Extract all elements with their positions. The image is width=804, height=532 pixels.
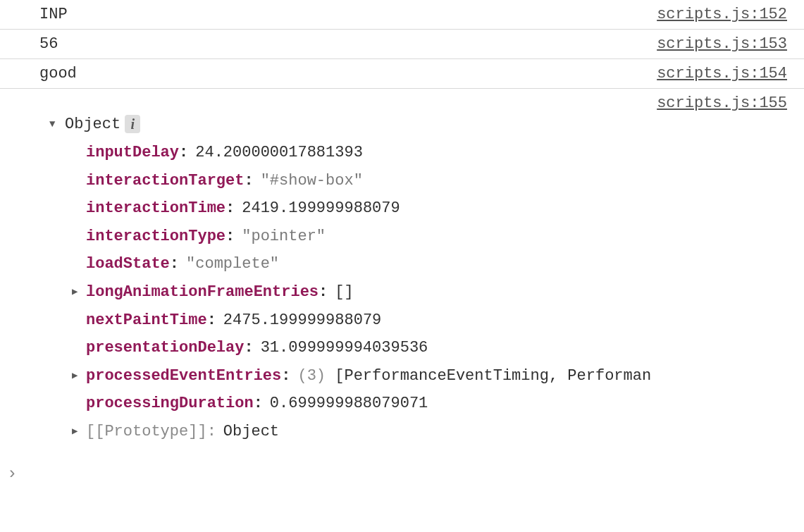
property-row: interactionTarget: "#show-box"	[72, 167, 787, 195]
property-key: interactionTarget	[86, 167, 244, 195]
disclosure-triangle-icon[interactable]	[49, 118, 61, 130]
property-key: processedEventEntries	[86, 362, 281, 390]
property-key: presentationDelay	[86, 334, 244, 362]
info-icon[interactable]: i	[125, 115, 140, 133]
log-message: good	[39, 65, 77, 82]
property-value: []	[335, 278, 353, 307]
property-key: inputDelay	[86, 139, 179, 167]
property-value: 0.699999988079071	[270, 390, 428, 418]
disclosure-triangle-icon[interactable]	[72, 283, 86, 301]
chevron-right-icon: ›	[7, 464, 17, 483]
property-row: inputDelay: 24.200000017881393	[72, 139, 787, 167]
log-row: INP scripts.js:152	[0, 0, 804, 30]
log-message: 56	[39, 35, 58, 53]
array-count: (3)	[297, 362, 326, 390]
property-value: 31.099999994039536	[261, 334, 428, 362]
property-row[interactable]: [[Prototype]]: Object	[72, 418, 787, 446]
property-row[interactable]: longAnimationFrameEntries: []	[72, 278, 787, 307]
property-value: "complete"	[186, 250, 279, 278]
log-message: INP	[39, 6, 68, 23]
property-value: "#show-box"	[261, 167, 363, 195]
property-key: [[Prototype]]	[86, 418, 207, 446]
property-key: interactionTime	[86, 194, 225, 223]
object-log-row: Object i inputDelay: 24.200000017881393 …	[0, 112, 804, 456]
property-row: interactionType: "pointer"	[72, 223, 787, 251]
log-row: scripts.js:155	[0, 89, 804, 112]
console-prompt[interactable]: ›	[0, 456, 804, 492]
console-panel: INP scripts.js:152 56 scripts.js:153 goo…	[0, 0, 804, 492]
property-value: "pointer"	[242, 223, 326, 251]
source-link[interactable]: scripts.js:154	[657, 65, 787, 82]
property-key: processingDuration	[86, 390, 254, 418]
property-row[interactable]: processedEventEntries: (3) [PerformanceE…	[72, 362, 787, 390]
property-row: processingDuration: 0.699999988079071	[72, 390, 787, 418]
property-row: interactionTime: 2419.199999988079	[72, 194, 787, 223]
property-value: 2475.199999988079	[223, 307, 381, 335]
property-row: nextPaintTime: 2475.199999988079	[72, 307, 787, 335]
disclosure-triangle-icon[interactable]	[72, 423, 86, 440]
property-key: nextPaintTime	[86, 307, 207, 335]
property-key: loadState	[86, 250, 170, 278]
disclosure-triangle-icon[interactable]	[72, 367, 86, 385]
object-header[interactable]: Object i	[49, 115, 787, 133]
property-value: 2419.199999988079	[242, 194, 400, 223]
property-row: presentationDelay: 31.099999994039536	[72, 334, 787, 362]
property-value: [PerformanceEventTiming, Performan	[335, 362, 651, 390]
object-properties: inputDelay: 24.200000017881393 interacti…	[49, 139, 787, 446]
log-row: good scripts.js:154	[0, 59, 804, 89]
property-value: 24.200000017881393	[195, 139, 363, 167]
object-label: Object	[65, 116, 120, 133]
source-link[interactable]: scripts.js:155	[657, 94, 787, 112]
source-link[interactable]: scripts.js:152	[657, 6, 787, 23]
property-row: loadState: "complete"	[72, 250, 787, 278]
source-link[interactable]: scripts.js:153	[657, 35, 787, 53]
property-value: Object	[223, 418, 279, 446]
property-key: longAnimationFrameEntries	[86, 278, 318, 307]
log-row: 56 scripts.js:153	[0, 30, 804, 59]
property-key: interactionType	[86, 223, 225, 251]
